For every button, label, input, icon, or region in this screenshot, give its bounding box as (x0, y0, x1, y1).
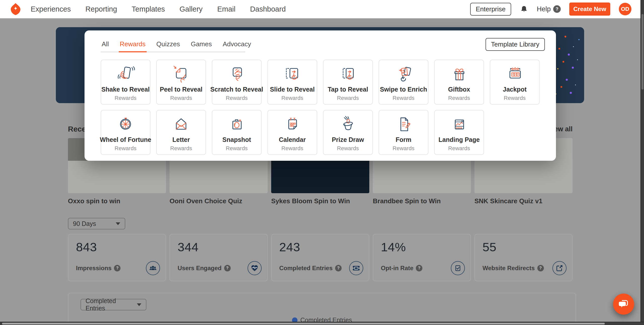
engagement-icon (248, 261, 262, 275)
template-card-label: Letter (172, 136, 190, 143)
template-grid: Shake to RevealRewards Peel to RevealRew… (101, 60, 540, 155)
template-tabs: AllRewardsQuizzesGamesAdvocacy (101, 40, 245, 52)
shake-to-reveal-icon (114, 64, 137, 85)
template-card-label: Wheel of Fortune (100, 136, 151, 143)
horizontal-scrollbar[interactable] (0, 322, 644, 325)
svg-text:7: 7 (517, 73, 519, 76)
template-card-prize-draw[interactable]: Prize DrawRewards (323, 110, 373, 155)
template-card-category: Rewards (115, 95, 137, 101)
help-question-icon[interactable]: ? (416, 265, 422, 271)
template-card-category: Rewards (504, 95, 526, 101)
template-card-calendar[interactable]: CalendarRewards (267, 110, 317, 155)
template-card-label: Swipe to Enrich (380, 86, 427, 93)
template-card-label: Scratch to Reveal (210, 86, 263, 93)
tap-to-reveal-icon (337, 64, 359, 85)
template-card-scratch-to-reveal[interactable]: Scratch to RevealRewards (212, 60, 262, 105)
tab-games[interactable]: Games (190, 40, 213, 52)
help-label: Help (537, 5, 551, 13)
template-card-tap-to-reveal[interactable]: Tap to RevealRewards (323, 60, 373, 105)
brand-logo-icon[interactable] (10, 2, 21, 16)
letter-icon (170, 114, 192, 136)
swipe-to-enrich-icon (392, 64, 415, 85)
template-library-button[interactable]: Template Library (486, 38, 545, 51)
stat-label: Opt-in Rate (381, 265, 413, 272)
stats-row: 843Impressions?344Users Engaged?243Compl… (68, 234, 573, 281)
help-question-icon[interactable]: ? (335, 265, 342, 271)
stat-label: Completed Entries (279, 265, 333, 272)
template-card-label: Jackpot (503, 86, 527, 93)
nav-menu: ExperiencesReportingTemplatesGalleryEmai… (31, 5, 286, 13)
metric-select-value: Completed Entries (86, 297, 137, 312)
template-card-label: Form (396, 136, 412, 143)
scratch-to-reveal-icon (225, 64, 248, 85)
nav-item-gallery[interactable]: Gallery (180, 5, 203, 13)
nav-item-experiences[interactable]: Experiences (31, 5, 71, 13)
help-menu[interactable]: Help ? (537, 5, 561, 13)
template-card-giftbox[interactable]: GiftboxRewards (434, 60, 484, 105)
template-card-category: Rewards (115, 145, 137, 152)
template-card-letter[interactable]: LetterRewards (156, 110, 206, 155)
stat-value: 344 (178, 240, 198, 254)
chevron-down-icon (137, 303, 141, 306)
stat-card-opt-in-rate: 14%Opt-in Rate? (373, 234, 471, 281)
template-card-category: Rewards (170, 95, 192, 101)
metric-select[interactable]: Completed Entries (80, 299, 146, 310)
help-question-icon[interactable]: ? (114, 265, 120, 271)
template-card-label: Peel to Reveal (160, 86, 203, 93)
help-question-icon[interactable]: ? (224, 265, 231, 271)
template-card-category: Rewards (281, 95, 303, 101)
nav-item-dashboard[interactable]: Dashboard (250, 5, 286, 13)
template-card-category: Rewards (226, 95, 248, 101)
template-card-wheel-of-fortune[interactable]: Wheel of FortuneRewards (101, 110, 150, 155)
wheel-of-fortune-icon (114, 114, 137, 136)
nav-right-cluster: Enterprise Help ? Create New OD (470, 3, 631, 16)
template-card-jackpot[interactable]: 7 7 7JackpotRewards (490, 60, 540, 105)
chat-launcher-button[interactable] (613, 294, 634, 315)
chevron-down-icon (116, 222, 120, 225)
template-card-swipe-to-enrich[interactable]: Swipe to EnrichRewards (379, 60, 428, 105)
notifications-bell-icon[interactable] (520, 5, 528, 13)
template-card-label: Prize Draw (332, 136, 364, 143)
enterprise-button[interactable]: Enterprise (470, 3, 511, 16)
recent-card-title: Oxxo spin to win (68, 197, 166, 205)
stat-value: 843 (76, 240, 97, 254)
prize-draw-icon (337, 114, 359, 136)
ticket-icon (349, 261, 363, 275)
stat-value: 243 (279, 240, 300, 254)
slide-to-reveal-icon (281, 64, 304, 85)
template-card-peel-to-reveal[interactable]: Peel to RevealRewards (156, 60, 206, 105)
help-question-icon[interactable]: ? (537, 265, 544, 271)
period-select[interactable]: 90 Days (68, 218, 125, 229)
template-card-category: Rewards (281, 145, 303, 152)
template-card-shake-to-reveal[interactable]: Shake to RevealRewards (101, 60, 150, 105)
template-card-snapshot[interactable]: SnapshotRewards (212, 110, 262, 155)
vertical-scrollbar[interactable] (640, 0, 644, 325)
help-question-icon[interactable]: ? (553, 5, 561, 13)
create-new-button[interactable]: Create New (569, 3, 610, 16)
user-avatar[interactable]: OD (619, 3, 631, 15)
stat-label: Impressions (76, 265, 111, 272)
chat-bubbles-icon (618, 298, 629, 310)
template-card-label: Tap to Reveal (328, 86, 368, 93)
template-card-category: Rewards (448, 95, 470, 101)
stat-card-website-redirects: 55Website Redirects? (474, 234, 573, 281)
template-card-category: Rewards (170, 145, 192, 152)
template-card-landing-page[interactable]: Landing PageRewards (434, 110, 484, 155)
template-card-label: Shake to Reveal (101, 86, 150, 93)
nav-item-reporting[interactable]: Reporting (86, 5, 117, 13)
giftbox-icon (448, 64, 470, 85)
tab-quizzes[interactable]: Quizzes (155, 40, 181, 52)
template-card-label: Landing Page (438, 136, 480, 143)
template-card-form[interactable]: FormRewards (379, 110, 428, 155)
tab-all[interactable]: All (101, 40, 110, 52)
nav-item-email[interactable]: Email (217, 5, 235, 13)
stat-value: 14% (381, 240, 406, 254)
stat-label: Users Engaged (178, 265, 222, 272)
recent-card-title: Sykes Bloom Spin to Win (271, 197, 369, 205)
nav-item-templates[interactable]: Templates (132, 5, 165, 13)
tab-rewards[interactable]: Rewards (119, 40, 147, 52)
template-card-slide-to-reveal[interactable]: Slide to RevealRewards (267, 60, 317, 105)
template-card-category: Rewards (337, 95, 359, 101)
tab-advocacy[interactable]: Advocacy (222, 40, 252, 52)
template-card-category: Rewards (448, 145, 470, 152)
